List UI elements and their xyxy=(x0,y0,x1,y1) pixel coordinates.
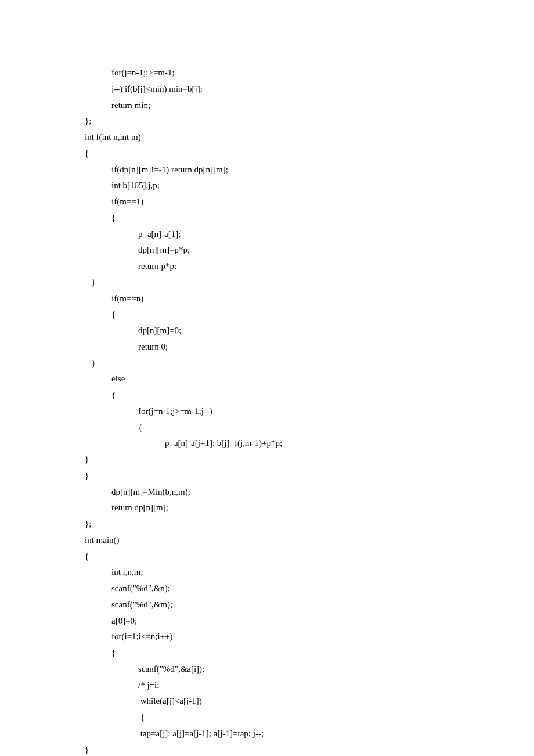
code-line: return min; xyxy=(85,98,534,114)
code-line: p=a[n]-a[j+1]; b[j]=f(j,m-1)+p*p; xyxy=(85,435,534,452)
code-line: { xyxy=(85,307,534,323)
code-line: a[0]=0; xyxy=(85,613,534,629)
code-line: /* j=i; xyxy=(85,678,534,694)
code-line: return 0; xyxy=(85,339,534,355)
code-line: tap=a[j]; a[j]=a[j-1]; a[j-1]=tap; j--; xyxy=(85,726,534,742)
code-line: if(m==n) xyxy=(85,291,534,307)
code-line: return p*p; xyxy=(85,258,534,275)
code-line: scanf("%d",&n); xyxy=(85,581,534,597)
code-line: { xyxy=(85,210,534,226)
code-line: while(a[j]<a[j-1]) xyxy=(85,693,534,710)
code-line: for(i=1;i<=n;i++) xyxy=(85,629,534,645)
code-line: scanf("%d",&m); xyxy=(85,597,534,613)
code-line: return dp[n][m]; xyxy=(85,500,534,516)
code-line: { xyxy=(85,645,534,661)
code-line: dp[n][m]=0; xyxy=(85,323,534,339)
code-line: }; xyxy=(85,516,534,532)
code-line: if(dp[n][m]!=-1) return dp[n][m]; xyxy=(85,162,534,178)
code-line: { xyxy=(85,710,534,726)
code-line: else xyxy=(85,371,534,387)
code-page: for(j=n-1;j>=m-1;j--) if(b[j]<min) min=b… xyxy=(0,0,534,756)
code-line: { xyxy=(85,549,534,565)
code-line: { xyxy=(85,146,534,162)
code-line: int main() xyxy=(85,532,534,549)
code-line: } xyxy=(85,468,534,484)
code-line: int b[105],j,p; xyxy=(85,178,534,194)
code-line: j--) if(b[j]<min) min=b[j]; xyxy=(85,81,534,98)
code-line: for(j=n-1;j>=m-1; xyxy=(85,65,534,81)
code-line: p=a[n]-a[1]; xyxy=(85,226,534,243)
code-line: int i,n,m; xyxy=(85,564,534,581)
code-line: } xyxy=(85,742,534,757)
code-line: for(j=n-1;j>=m-1;j--) xyxy=(85,404,534,420)
code-line: } xyxy=(85,355,534,372)
code-line: { xyxy=(85,420,534,436)
code-line: } xyxy=(85,452,534,468)
code-line: dp[n][m]=Min(b,n,m); xyxy=(85,484,534,501)
code-line: if(m==1) xyxy=(85,194,534,210)
code-line: scanf("%d",&a[i]); xyxy=(85,661,534,678)
code-line: int f(int n,int m) xyxy=(85,129,534,146)
code-line: } xyxy=(85,275,534,291)
code-line: { xyxy=(85,387,534,404)
code-line: }; xyxy=(85,113,534,129)
code-line: dp[n][m]=p*p; xyxy=(85,242,534,258)
